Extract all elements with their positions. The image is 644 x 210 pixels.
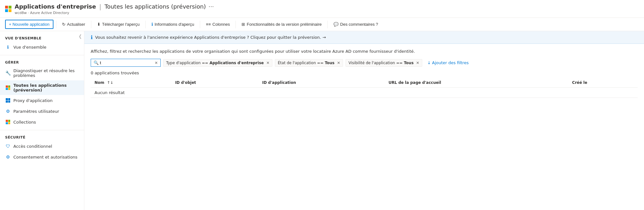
header-title-sub: Toutes les applications (préversion) [105, 3, 206, 10]
download-button[interactable]: ⬇ Télécharger l'aperçu [94, 20, 143, 28]
filter-visibility-label: Visibilité de l'application == [348, 61, 402, 65]
sidebar-item-all-apps[interactable]: Toutes les applications (préversion) [0, 80, 84, 95]
download-icon: ⬇ [97, 22, 101, 27]
search-box: 🔍 ✕ [91, 59, 161, 67]
info-label: Informations d'aperçu [155, 22, 194, 27]
table-body: Aucun résultat [91, 88, 638, 98]
table-header-created: Créé le [568, 78, 638, 88]
toolbar-divider-3 [145, 21, 146, 28]
table-header-nom-label: Nom [94, 80, 104, 85]
features-icon: ⊞ [242, 22, 245, 27]
sidebar-divider-1 [0, 55, 84, 55]
table-header-object-id: ID d'objet [171, 78, 258, 88]
description-text: Affichez, filtrez et recherchez les appl… [91, 49, 638, 54]
filter-state-label: État de l'application == [278, 61, 324, 65]
search-icon: 🔍 [94, 60, 99, 65]
filter-state-value: Tous [325, 61, 335, 65]
comments-icon: 💬 [333, 22, 339, 27]
banner-text: Vous souhaitez revenir à l'ancienne expé… [95, 35, 326, 40]
sidebar: 《 Vue d'ensemble ℹ Vue d'ensemble Gérer … [0, 31, 84, 210]
features-button[interactable]: ⊞ Fonctionnalités de la version prélimin… [238, 20, 325, 28]
info-banner[interactable]: ℹ Vous souhaitez revenir à l'ancienne ex… [84, 31, 644, 44]
sidebar-item-consent-label: Consentement et autorisations [13, 155, 77, 159]
sidebar-item-overview-label: Vue d'ensemble [13, 45, 46, 50]
add-filter-icon: ↓ [427, 60, 431, 65]
table-header-homepage: URL de la page d'accueil [385, 78, 568, 88]
shield-icon: 🛡 [5, 143, 11, 149]
collections-icon [5, 119, 11, 125]
columns-label: Colonnes [213, 22, 230, 27]
filter-tag-app-type[interactable]: Type d'application == Applications d'ent… [163, 59, 272, 67]
sidebar-item-conditional-access-label: Accès conditionnel [13, 144, 52, 149]
filter-visibility-value: Tous [404, 61, 414, 65]
sidebar-item-overview[interactable]: ℹ Vue d'ensemble [0, 42, 84, 52]
toolbar: + Nouvelle application ↻ Actualiser ⬇ Té… [0, 18, 644, 31]
table-header-object-id-label: ID d'objet [175, 80, 196, 85]
header-ellipsis-button[interactable]: ··· [208, 3, 214, 10]
download-label: Télécharger l'aperçu [102, 22, 140, 27]
comments-label: Des commentaires ? [340, 22, 378, 27]
sidebar-item-collections[interactable]: Collections [0, 117, 84, 127]
info-icon: ℹ [151, 22, 153, 27]
sidebar-item-diagnose-label: Diagnostiquer et résoudre les problèmes [13, 68, 79, 78]
sidebar-item-user-settings[interactable]: ⚙ Paramètres utilisateur [0, 106, 84, 117]
features-label: Fonctionnalités de la version préliminai… [247, 22, 322, 27]
add-filter-label: Ajouter des filtres [432, 60, 469, 65]
banner-info-icon: ℹ [91, 34, 93, 40]
filter-type-value: Applications d'entreprise [209, 61, 264, 65]
table-header-nom: Nom ↑↓ [91, 78, 171, 88]
add-filter-button[interactable]: ↓ Ajouter des filtres [425, 59, 471, 66]
sidebar-divider-2 [0, 130, 84, 130]
table-header: Nom ↑↓ ID d'objet ID d'application URL d… [91, 78, 638, 88]
refresh-label: Actualiser [67, 22, 85, 27]
refresh-button[interactable]: ↻ Actualiser [59, 20, 88, 28]
no-results-cell: Aucun résultat [91, 88, 638, 98]
sidebar-section-overview-label: Vue d'ensemble [0, 34, 84, 42]
sidebar-item-diagnose[interactable]: 🔧 Diagnostiquer et résoudre les problème… [0, 66, 84, 80]
wrench-icon: 🔧 [5, 70, 11, 76]
header-title-row: Applications d'entreprise | Toutes les a… [15, 3, 214, 10]
header-title-pipe: | [99, 3, 102, 10]
sidebar-item-proxy[interactable]: Proxy d'application [0, 95, 84, 106]
sidebar-section-manage-label: Gérer [0, 58, 84, 66]
results-count: 0 applications trouvées [91, 71, 638, 75]
main-layout: 《 Vue d'ensemble ℹ Vue d'ensemble Gérer … [0, 31, 644, 210]
search-clear-button[interactable]: ✕ [155, 61, 158, 65]
toolbar-divider-6 [327, 21, 328, 28]
search-input[interactable] [100, 60, 155, 65]
consent-icon: ⚙ [5, 154, 11, 160]
filter-tag-app-state[interactable]: État de l'application == Tous ✕ [275, 59, 343, 67]
table-header-created-label: Créé le [572, 80, 587, 85]
toolbar-divider-4 [200, 21, 200, 28]
filters-row: 🔍 ✕ Type d'application == Applications d… [91, 59, 638, 67]
table-header-app-id-label: ID d'application [262, 80, 296, 85]
header-logo: Applications d'entreprise | Toutes les a… [5, 3, 214, 15]
header-title-main: Applications d'entreprise [15, 3, 96, 10]
filter-type-label: Type d'application == [166, 61, 208, 65]
content-body: Affichez, filtrez et recherchez les appl… [84, 44, 644, 103]
sort-icon-nom[interactable]: ↑↓ [107, 80, 113, 85]
toolbar-divider-2 [91, 21, 91, 28]
info-icon: ℹ [5, 44, 11, 50]
ms-logo-icon [5, 6, 11, 12]
grid-icon [5, 85, 11, 91]
info-button[interactable]: ℹ Informations d'aperçu [148, 20, 198, 28]
sidebar-item-consent[interactable]: ⚙ Consentement et autorisations [0, 152, 84, 162]
table-header-app-id: ID d'application [258, 78, 385, 88]
toolbar-divider-1 [56, 21, 56, 28]
sidebar-item-all-apps-label: Toutes les applications (préversion) [13, 83, 79, 92]
new-application-button[interactable]: + Nouvelle application [5, 20, 53, 29]
columns-button[interactable]: ≡≡ Colonnes [203, 20, 233, 28]
sidebar-item-user-settings-label: Paramètres utilisateur [13, 109, 59, 114]
sidebar-item-proxy-label: Proxy d'application [13, 98, 52, 103]
header-title-block: Applications d'entreprise | Toutes les a… [15, 3, 214, 15]
sidebar-collapse-button[interactable]: 《 [76, 34, 81, 40]
filter-visibility-close-button[interactable]: ✕ [416, 61, 419, 65]
comments-button[interactable]: 💬 Des commentaires ? [330, 20, 381, 28]
filter-state-close-button[interactable]: ✕ [337, 61, 340, 65]
filter-type-close-button[interactable]: ✕ [266, 61, 270, 65]
table-row-no-results: Aucun résultat [91, 88, 638, 98]
sidebar-item-conditional-access[interactable]: 🛡 Accès conditionnel [0, 141, 84, 152]
filter-tag-app-visibility[interactable]: Visibilité de l'application == Tous ✕ [346, 59, 422, 67]
header: Applications d'entreprise | Toutes les a… [0, 0, 644, 18]
